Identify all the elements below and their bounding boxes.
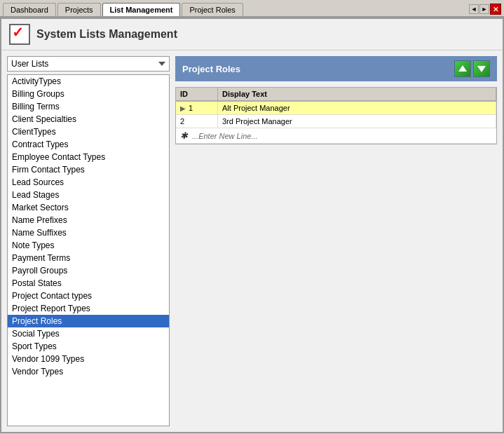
list-item[interactable]: Billing Terms [8, 100, 169, 113]
col-header-id: ID [176, 88, 218, 100]
left-panel: User Lists ActivityTypesBilling GroupsBi… [7, 56, 170, 426]
arrow-up-icon [458, 64, 468, 74]
list-item[interactable]: Billing Groups [8, 88, 169, 100]
list-item[interactable]: Client Specialties [8, 113, 169, 126]
right-panel: Project Roles ID Display Text [175, 56, 497, 426]
list-item[interactable]: Payroll Groups [8, 264, 169, 277]
main-window: System Lists Management User Lists Activ… [0, 18, 504, 433]
tab-next-button[interactable]: ► [479, 4, 489, 14]
list-item[interactable]: Firm Contact Types [8, 163, 169, 176]
table-row[interactable]: 23rd Project Manager [176, 115, 496, 128]
list-item[interactable]: Vendor 1099 Types [8, 353, 169, 365]
table-row[interactable]: ▶1Alt Project Manager [176, 102, 496, 115]
list-item[interactable]: Project Roles [8, 315, 169, 327]
svg-marker-0 [458, 65, 467, 72]
checklist-icon [9, 24, 30, 45]
arrow-down-icon [477, 64, 486, 74]
move-down-button[interactable] [473, 60, 490, 77]
svg-marker-1 [477, 66, 486, 72]
list-box: ActivityTypesBilling GroupsBilling Terms… [7, 74, 170, 426]
list-item[interactable]: Contract Types [8, 138, 169, 151]
content-area: User Lists ActivityTypesBilling GroupsBi… [1, 50, 503, 432]
list-type-dropdown[interactable]: User Lists [7, 56, 170, 72]
list-item[interactable]: Sport Types [8, 340, 169, 353]
tab-dashboard[interactable]: Dashboard [3, 3, 56, 16]
header-icon [8, 23, 31, 46]
list-item[interactable]: Social Types [8, 327, 169, 340]
cell-id: 2 [176, 115, 218, 128]
tab-close-button[interactable]: ✕ [490, 4, 501, 15]
asterisk-indicator: ✱ [180, 130, 188, 141]
cell-display-text: Alt Project Manager [218, 102, 496, 114]
tab-close-area: ◄ ► ✕ [469, 4, 501, 16]
tab-prev-button[interactable]: ◄ [469, 4, 479, 14]
table-header: ID Display Text [176, 88, 496, 102]
list-item[interactable]: ClientTypes [8, 126, 169, 138]
move-up-button[interactable] [454, 60, 471, 77]
new-row-label: ...Enter New Line... [192, 132, 258, 140]
data-table: ID Display Text ▶1Alt Project Manager23r… [175, 87, 497, 144]
list-item[interactable]: Market Sectors [8, 201, 169, 214]
list-item[interactable]: Name Prefixes [8, 214, 169, 226]
right-panel-title: Project Roles [182, 64, 452, 74]
list-item[interactable]: Postal States [8, 277, 169, 290]
tab-bar: Dashboard Projects List Management Proje… [0, 0, 504, 18]
list-item[interactable]: Employee Contact Types [8, 151, 169, 163]
list-item[interactable]: Lead Stages [8, 189, 169, 201]
list-item[interactable]: Note Types [8, 239, 169, 252]
new-row[interactable]: ✱ ...Enter New Line... [176, 128, 496, 144]
window-header: System Lists Management [1, 19, 503, 50]
right-panel-header: Project Roles [175, 56, 497, 81]
list-item[interactable]: Lead Sources [8, 176, 169, 189]
tab-list-management[interactable]: List Management [102, 3, 181, 16]
list-item[interactable]: ActivityTypes [8, 75, 169, 88]
col-header-display-text: Display Text [218, 88, 496, 100]
list-item[interactable]: Project Contact types [8, 290, 169, 302]
list-item[interactable]: Vendor Types [8, 365, 169, 378]
row-indicator: ▶ [180, 104, 186, 112]
tab-project-roles[interactable]: Project Roles [182, 3, 243, 16]
list-item[interactable]: Name Suffixes [8, 226, 169, 239]
cell-id: ▶1 [176, 102, 218, 114]
list-item[interactable]: Project Report Types [8, 302, 169, 315]
cell-display-text: 3rd Project Manager [218, 115, 496, 128]
list-item[interactable]: Payment Terms [8, 252, 169, 264]
page-title: System Lists Management [36, 28, 177, 41]
tab-projects[interactable]: Projects [57, 3, 101, 16]
